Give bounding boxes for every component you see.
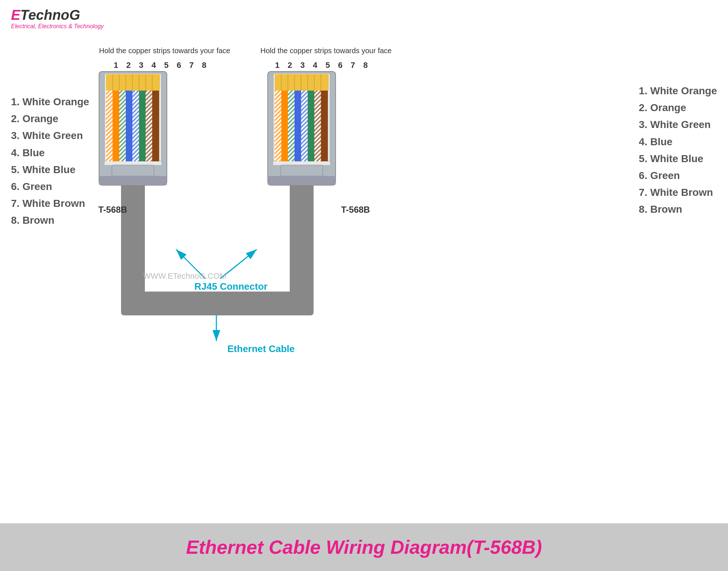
wire-label-right-6: 6. Green [639, 167, 717, 184]
svg-rect-12 [126, 91, 132, 161]
wire-label-right-3: 3. White Green [639, 116, 717, 133]
left-cable-down [121, 185, 145, 303]
bottom-banner: Ethernet Cable Wiring Diagram(T-568B) [0, 523, 728, 571]
wire-label-right-8: 8. Brown [639, 201, 717, 218]
wire-label-left-4: 4. Blue [11, 144, 89, 161]
svg-rect-32 [295, 91, 301, 161]
instruction-left: Hold the copper strips towards your face [99, 47, 230, 55]
bottom-cable [121, 292, 314, 315]
pin-numbers-right: 1 2 3 4 5 6 7 8 [275, 61, 371, 70]
wire-label-left-5: 5. White Blue [11, 161, 89, 178]
left-connector-bottom [99, 176, 167, 185]
main-diagram: Hold the copper strips towards your face… [0, 0, 728, 521]
svg-rect-15 [139, 91, 146, 161]
right-connector-bottom [268, 176, 336, 185]
svg-rect-14 [132, 91, 139, 161]
svg-rect-9 [113, 91, 119, 161]
svg-rect-35 [308, 91, 314, 161]
wire-label-left-7: 7. White Brown [11, 195, 89, 212]
wire-label-left-1: 1. White Orange [11, 94, 89, 110]
wire-label-left-8: 8. Brown [11, 212, 89, 229]
right-contacts-gold [275, 74, 329, 91]
left-connector-label: T-568B [98, 205, 127, 215]
instruction-right: Hold the copper strips towards your face [260, 47, 392, 55]
wire-label-right-7: 7. White Brown [639, 184, 717, 201]
ethernet-label: Ethernet Cable [227, 343, 295, 354]
bottom-banner-title: Ethernet Cable Wiring Diagram(T-568B) [186, 536, 542, 558]
svg-rect-17 [146, 91, 152, 161]
right-cable-down [290, 185, 314, 303]
right-connector-latch [281, 165, 323, 176]
svg-rect-18 [152, 91, 159, 161]
wire-label-right-4: 4. Blue [639, 133, 717, 150]
rj45-label: RJ45 Connector [194, 281, 267, 292]
wire-label-right-5: 5. White Blue [639, 150, 717, 167]
svg-rect-34 [301, 91, 308, 161]
wire-label-right-1: 1. White Orange [639, 83, 717, 99]
left-connector-latch [112, 165, 154, 176]
svg-rect-8 [106, 91, 113, 161]
svg-rect-31 [288, 91, 295, 161]
watermark: WWW.ETechnoG.COM [143, 271, 226, 281]
wire-label-left-6: 6. Green [11, 178, 89, 195]
wire-labels-right: 1. White Orange 2. Orange 3. White Green… [639, 83, 717, 218]
wire-label-left-2: 2. Orange [11, 110, 89, 127]
svg-rect-19 [105, 161, 161, 165]
wire-label-right-2: 2. Orange [639, 99, 717, 116]
svg-rect-29 [281, 91, 288, 161]
svg-rect-38 [321, 91, 328, 161]
wire-label-left-3: 3. White Green [11, 127, 89, 144]
left-contacts-gold [106, 74, 160, 91]
wire-labels-left: 1. White Orange 2. Orange 3. White Green… [11, 94, 89, 229]
svg-rect-37 [314, 91, 321, 161]
right-connector-label: T-568B [341, 205, 370, 215]
svg-rect-28 [275, 91, 281, 161]
svg-rect-11 [119, 91, 126, 161]
svg-rect-39 [273, 161, 330, 165]
pin-numbers-left: 1 2 3 4 5 6 7 8 [114, 61, 209, 70]
